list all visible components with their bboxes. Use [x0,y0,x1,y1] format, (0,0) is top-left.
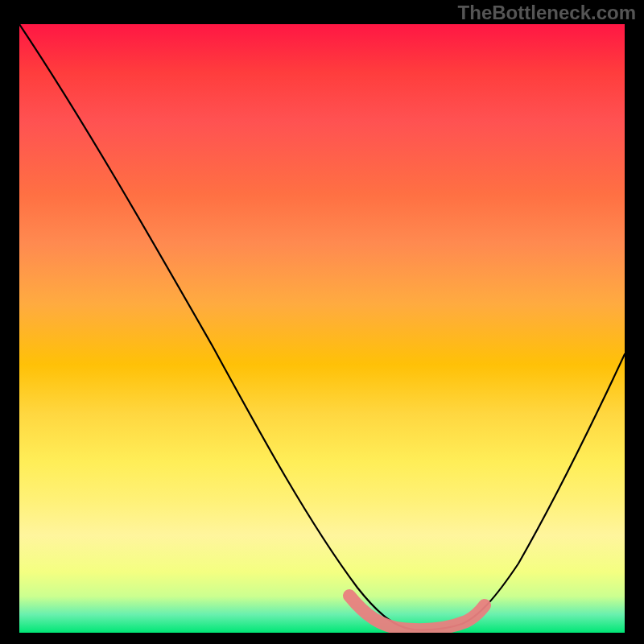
plot-area [19,24,625,633]
highlight-band-path [349,596,485,630]
chart-svg [19,24,625,633]
bottleneck-curve-path [19,24,625,630]
watermark-text: TheBottleneck.com [458,2,636,24]
